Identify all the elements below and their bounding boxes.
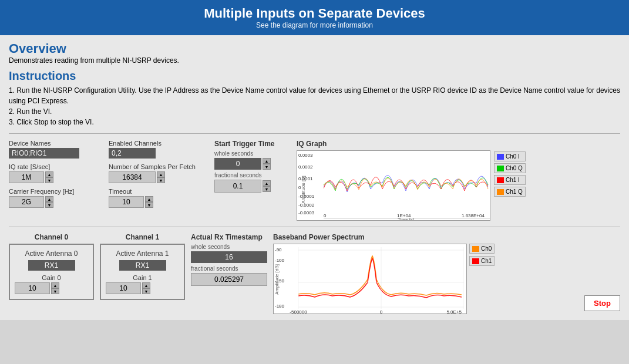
whole-seconds-label: whole seconds bbox=[214, 150, 291, 157]
svg-text:Time [s]: Time [s] bbox=[398, 217, 414, 221]
actual-rx-whole-value: 16 bbox=[191, 251, 267, 263]
iq-graph-legend: Ch0 I Ch0 Q Ch1 I Ch1 Q bbox=[493, 150, 527, 198]
actual-rx-label: Actual Rx Timestamp bbox=[191, 233, 267, 241]
channel1-antenna-input[interactable]: RX1 bbox=[119, 260, 166, 271]
iq-graph-title: IQ Graph bbox=[297, 140, 620, 148]
legend-ch0: Ch0 bbox=[469, 244, 495, 254]
num-samples-input[interactable]: 16384 bbox=[109, 171, 156, 183]
channel0-gain-down[interactable]: ▼ bbox=[51, 288, 59, 294]
carrier-freq-input[interactable]: 2G bbox=[9, 196, 44, 208]
channel1-gain-down[interactable]: ▼ bbox=[142, 288, 150, 294]
channel1-gain-label: Gain 1 bbox=[106, 274, 179, 281]
svg-text:0: 0 bbox=[324, 213, 327, 218]
baseband-legend: Ch0 Ch1 bbox=[469, 244, 495, 266]
baseband-graph-canvas: -90 -100 -150 -180 bbox=[273, 244, 467, 314]
channel0-gain-up[interactable]: ▲ bbox=[51, 282, 59, 288]
whole-seconds-input[interactable]: 0 bbox=[214, 158, 261, 170]
iq-rate-input[interactable]: 1M bbox=[9, 171, 44, 183]
carrier-freq-down[interactable]: ▼ bbox=[45, 202, 53, 208]
actual-rx-whole-label: whole seconds bbox=[191, 244, 267, 250]
enabled-channels-input[interactable]: 0,2 bbox=[109, 148, 156, 159]
channel0-antenna-label: Active Antenna 0 bbox=[15, 250, 88, 258]
fractional-seconds-up[interactable]: ▲ bbox=[263, 180, 271, 186]
iq-rate-label: IQ rate [S/sec] bbox=[9, 163, 103, 170]
start-trigger-label: Start Trigger Time bbox=[214, 140, 291, 148]
whole-seconds-down[interactable]: ▼ bbox=[263, 164, 271, 170]
legend-ch1i: Ch1 I bbox=[494, 175, 526, 185]
iq-rate-down[interactable]: ▼ bbox=[45, 177, 53, 183]
svg-text:0.0003: 0.0003 bbox=[298, 153, 313, 158]
actual-rx-frac-label: fractional seconds bbox=[191, 265, 267, 272]
channel1-gain-up[interactable]: ▲ bbox=[142, 282, 150, 288]
whole-seconds-up[interactable]: ▲ bbox=[263, 158, 271, 164]
svg-text:1.638E+04: 1.638E+04 bbox=[462, 213, 485, 218]
device-names-label: Device Names bbox=[9, 140, 103, 147]
timeout-down[interactable]: ▼ bbox=[145, 202, 153, 208]
channel0-box: Active Antenna 0 RX1 Gain 0 10 ▲ ▼ bbox=[9, 244, 94, 300]
carrier-freq-label: Carrier Frequency [Hz] bbox=[9, 188, 103, 195]
channel1-gain-input[interactable]: 10 bbox=[106, 282, 141, 294]
legend-ch0q: Ch0 Q bbox=[494, 163, 526, 173]
channel0-antenna-input[interactable]: RX1 bbox=[28, 260, 75, 271]
header-subtitle: See the diagram for more information bbox=[6, 21, 623, 29]
fractional-seconds-down[interactable]: ▼ bbox=[263, 186, 271, 192]
page-title: Multiple Inputs on Separate Devices bbox=[6, 6, 623, 21]
svg-text:-90: -90 bbox=[275, 247, 282, 252]
svg-text:5.0E+5: 5.0E+5 bbox=[446, 309, 462, 314]
timeout-up[interactable]: ▲ bbox=[145, 196, 153, 202]
overview-description: Demonstrates reading from multiple NI-US… bbox=[9, 56, 620, 65]
device-names-input[interactable]: RIO0;RIO1 bbox=[9, 148, 79, 159]
overview-title: Overview bbox=[9, 41, 620, 56]
iq-graph-canvas: 0.0003 0.0002 0.0001 0 -0.0001 -0.0002 -… bbox=[297, 150, 490, 221]
svg-text:-500000: -500000 bbox=[290, 309, 307, 314]
channel0-gain-label: Gain 0 bbox=[15, 274, 88, 281]
header: Multiple Inputs on Separate Devices See … bbox=[0, 0, 629, 35]
legend-ch0i: Ch0 I bbox=[494, 151, 526, 161]
svg-text:0: 0 bbox=[380, 309, 383, 314]
instructions-title: Instructions bbox=[9, 69, 620, 83]
legend-ch1: Ch1 bbox=[469, 256, 495, 266]
instruction-step-1: 1. Run the NI-USRP Configuration Utility… bbox=[9, 85, 620, 106]
channel0-gain-input[interactable]: 10 bbox=[15, 282, 50, 294]
num-samples-up[interactable]: ▲ bbox=[157, 171, 165, 177]
legend-ch1q: Ch1 Q bbox=[494, 187, 526, 197]
svg-text:-180: -180 bbox=[275, 304, 285, 309]
fractional-seconds-input[interactable]: 0.1 bbox=[214, 180, 261, 193]
svg-text:0.0002: 0.0002 bbox=[298, 164, 313, 170]
channel1-antenna-label: Active Antenna 1 bbox=[106, 250, 179, 258]
svg-text:Amplitude [V]: Amplitude [V] bbox=[301, 176, 306, 204]
carrier-freq-up[interactable]: ▲ bbox=[45, 196, 53, 202]
timeout-label: Timeout bbox=[109, 188, 208, 195]
svg-text:Amplitude [dB]: Amplitude [dB] bbox=[274, 264, 280, 295]
instruction-step-3: 3. Click Stop to stop the VI. bbox=[9, 117, 620, 127]
fractional-seconds-label: fractional seconds bbox=[214, 172, 291, 178]
stop-button[interactable]: Stop bbox=[584, 295, 620, 311]
channel1-title: Channel 1 bbox=[100, 233, 185, 241]
enabled-channels-label: Enabled Channels bbox=[109, 140, 208, 147]
timeout-input[interactable]: 10 bbox=[109, 196, 144, 208]
channel0-title: Channel 0 bbox=[9, 233, 94, 241]
channel1-box: Active Antenna 1 RX1 Gain 1 10 ▲ ▼ bbox=[100, 244, 185, 300]
svg-text:-100: -100 bbox=[275, 258, 285, 263]
baseband-title: Baseband Power Spectrum bbox=[273, 233, 578, 241]
svg-text:-0.0003: -0.0003 bbox=[298, 210, 315, 215]
actual-rx-frac-value: 0.025297 bbox=[191, 273, 267, 286]
num-samples-down[interactable]: ▼ bbox=[157, 177, 165, 183]
instruction-step-2: 2. Run the VI. bbox=[9, 106, 620, 117]
iq-rate-up[interactable]: ▲ bbox=[45, 171, 53, 177]
num-samples-label: Number of Samples Per Fetch bbox=[109, 163, 208, 170]
